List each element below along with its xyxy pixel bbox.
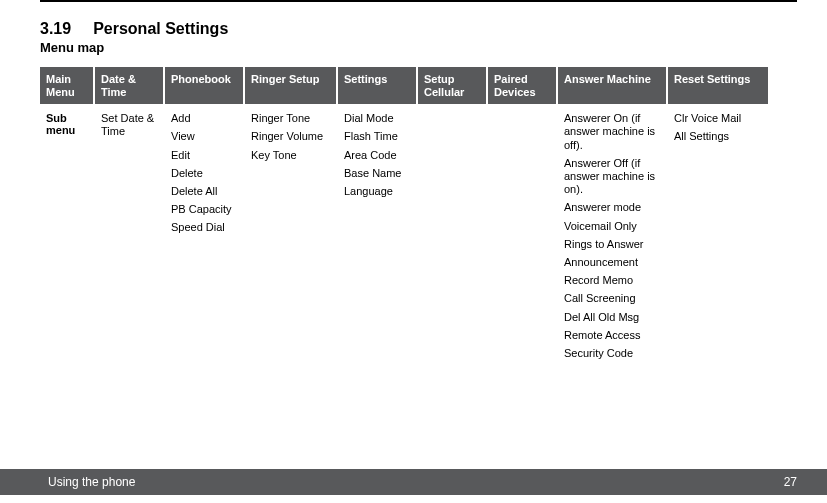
col-header-answer-machine: Answer Machine: [558, 67, 668, 104]
list-item: Remote Access: [564, 329, 660, 342]
section-heading: 3.19 Personal Settings: [40, 20, 797, 38]
section-subtitle: Menu map: [40, 40, 797, 55]
list-item: Answerer mode: [564, 201, 660, 214]
footer-page-number: 27: [784, 475, 797, 489]
list-item: Key Tone: [251, 149, 330, 162]
col-header-ringer-setup: Ringer Setup: [245, 67, 338, 104]
list-item: Language: [344, 185, 410, 198]
list-item: Add: [171, 112, 237, 125]
list-item: Dial Mode: [344, 112, 410, 125]
table-header-row: Main Menu Date & Time Phonebook Ringer S…: [40, 67, 797, 104]
col-header-date-time: Date & Time: [95, 67, 165, 104]
col-header-setup-cellular: Setup Cellular: [418, 67, 488, 104]
col-header-paired-devices: Paired Devices: [488, 67, 558, 104]
row-label-cell: Sub menu: [40, 104, 95, 369]
list-item: Speed Dial: [171, 221, 237, 234]
list-item: PB Capacity: [171, 203, 237, 216]
list-item: Delete All: [171, 185, 237, 198]
footer-left-text: Using the phone: [48, 475, 135, 489]
list-item: Set Date & Time: [101, 112, 157, 138]
list-item: Call Screening: [564, 292, 660, 305]
section-title: Personal Settings: [93, 20, 228, 38]
cell-phonebook: Add View Edit Delete Delete All PB Capac…: [165, 104, 245, 369]
list-item: Rings to Answer: [564, 238, 660, 251]
page-footer: Using the phone 27: [0, 469, 827, 495]
list-item: All Settings: [674, 130, 762, 143]
list-item: Area Code: [344, 149, 410, 162]
col-header-main-menu: Main Menu: [40, 67, 95, 104]
page-content: 3.19 Personal Settings Menu map Main Men…: [40, 20, 797, 369]
cell-ringer-setup: Ringer Tone Ringer Volume Key Tone: [245, 104, 338, 369]
list-item: Flash Time: [344, 130, 410, 143]
list-item: Answerer Off (if answer machine is on).: [564, 157, 660, 197]
list-item: Voicemail Only: [564, 220, 660, 233]
list-item: Delete: [171, 167, 237, 180]
list-item: Announcement: [564, 256, 660, 269]
cell-setup-cellular: [418, 104, 488, 369]
menu-map-table: Main Menu Date & Time Phonebook Ringer S…: [40, 65, 797, 369]
list-item: Ringer Volume: [251, 130, 330, 143]
cell-paired-devices: [488, 104, 558, 369]
list-item: View: [171, 130, 237, 143]
cell-reset-settings: Clr Voice Mail All Settings: [668, 104, 768, 369]
list-item: Record Memo: [564, 274, 660, 287]
section-number: 3.19: [40, 20, 71, 38]
col-header-settings: Settings: [338, 67, 418, 104]
cell-settings: Dial Mode Flash Time Area Code Base Name…: [338, 104, 418, 369]
list-item: Del All Old Msg: [564, 311, 660, 324]
list-item: Answerer On (if answer machine is off).: [564, 112, 660, 152]
list-item: Security Code: [564, 347, 660, 360]
col-header-reset-settings: Reset Settings: [668, 67, 768, 104]
list-item: Edit: [171, 149, 237, 162]
table-body-row: Sub menu Set Date & Time Add View Edit D…: [40, 104, 797, 369]
cell-date-time: Set Date & Time: [95, 104, 165, 369]
top-border-rule: [40, 0, 797, 2]
list-item: Clr Voice Mail: [674, 112, 762, 125]
list-item: Ringer Tone: [251, 112, 330, 125]
cell-answer-machine: Answerer On (if answer machine is off). …: [558, 104, 668, 369]
list-item: Base Name: [344, 167, 410, 180]
col-header-phonebook: Phonebook: [165, 67, 245, 104]
